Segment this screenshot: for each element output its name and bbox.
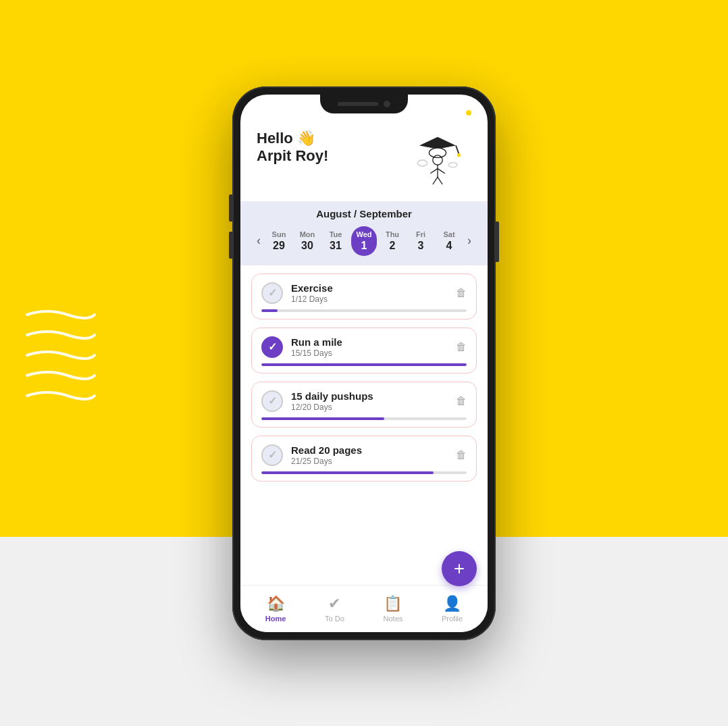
habit-days: 15/15 Days bbox=[291, 348, 448, 358]
volume-down-button bbox=[229, 232, 232, 259]
nav-icon-profile: 👤 bbox=[443, 595, 461, 613]
habit-card-0: ✓ Exercise 1/12 Days 🗑 bbox=[251, 274, 477, 319]
day-name: Sun bbox=[272, 230, 286, 238]
nav-item-to-do[interactable]: ✔ To Do bbox=[317, 591, 353, 627]
day-num: 1 bbox=[361, 240, 367, 252]
habit-card-top: ✓ Read 20 pages 21/25 Days 🗑 bbox=[261, 444, 467, 466]
habit-card-top: ✓ Exercise 1/12 Days 🗑 bbox=[261, 282, 467, 304]
nav-item-home[interactable]: 🏠 Home bbox=[257, 591, 294, 627]
day-num: 2 bbox=[390, 240, 396, 252]
nav-item-profile[interactable]: 👤 Profile bbox=[434, 591, 471, 627]
habit-card-top: ✓ 15 daily pushups 12/20 Days 🗑 bbox=[261, 390, 467, 412]
svg-marker-1 bbox=[419, 136, 456, 149]
nav-label-notes: Notes bbox=[384, 615, 403, 623]
greeting-block: Hello 👋 Arpit Roy! bbox=[257, 130, 328, 165]
day-num: 3 bbox=[418, 240, 424, 252]
habit-progress-fill bbox=[261, 363, 467, 366]
day-name: Tue bbox=[330, 230, 342, 238]
status-icons bbox=[466, 110, 471, 115]
day-name: Sat bbox=[443, 230, 454, 238]
day-name: Mon bbox=[300, 230, 315, 238]
nav-label-home: Home bbox=[265, 615, 286, 623]
add-habit-fab[interactable]: + bbox=[442, 551, 477, 586]
calendar-next-button[interactable]: › bbox=[462, 231, 477, 251]
habit-title: 15 daily pushups bbox=[291, 390, 448, 402]
habit-progress-bar bbox=[261, 309, 467, 312]
notch bbox=[320, 95, 408, 113]
check-icon: ✓ bbox=[268, 448, 277, 461]
habit-days: 12/20 Days bbox=[291, 403, 448, 412]
day-num: 4 bbox=[446, 240, 452, 252]
phone-screen: Hello 👋 Arpit Roy! bbox=[240, 95, 488, 632]
habit-card-3: ✓ Read 20 pages 21/25 Days 🗑 bbox=[251, 436, 477, 482]
habit-title: Read 20 pages bbox=[291, 444, 448, 456]
power-button bbox=[496, 222, 499, 262]
habit-progress-fill bbox=[261, 471, 434, 474]
nav-icon-home: 🏠 bbox=[267, 595, 285, 613]
calendar-day-1[interactable]: Wed 1 bbox=[351, 226, 377, 256]
habit-progress-fill bbox=[261, 309, 278, 312]
nav-label-profile: Profile bbox=[442, 615, 463, 623]
user-name: Arpit Roy! bbox=[257, 147, 328, 165]
habit-progress-bar bbox=[261, 417, 467, 420]
habit-card-1: ✓ Run a mile 15/15 Days 🗑 bbox=[251, 328, 477, 373]
mascot-image bbox=[404, 130, 471, 190]
habit-card-2: ✓ 15 daily pushups 12/20 Days 🗑 bbox=[251, 382, 477, 427]
calendar-day-3[interactable]: Fri 3 bbox=[408, 226, 434, 256]
habit-days: 21/25 Days bbox=[291, 457, 448, 466]
bg-waves bbox=[20, 294, 101, 432]
check-icon: ✓ bbox=[268, 286, 277, 299]
habit-info: Exercise 1/12 Days bbox=[291, 282, 448, 304]
nav-icon-notes: 📋 bbox=[384, 595, 402, 613]
habit-checkbox[interactable]: ✓ bbox=[261, 444, 283, 466]
delete-habit-button[interactable]: 🗑 bbox=[456, 287, 467, 299]
volume-up-button bbox=[229, 195, 232, 222]
habit-title: Exercise bbox=[291, 282, 448, 294]
svg-line-7 bbox=[430, 168, 438, 173]
nav-label-to do: To Do bbox=[325, 615, 344, 623]
calendar-month-label: August / September bbox=[251, 208, 477, 219]
nav-icon-to do: ✔ bbox=[328, 595, 340, 613]
habit-checkbox[interactable]: ✓ bbox=[261, 336, 283, 358]
calendar-section: August / September ‹ Sun 29 Mon 30 Tue 3… bbox=[240, 201, 488, 265]
nav-item-notes[interactable]: 📋 Notes bbox=[375, 591, 411, 627]
delete-habit-button[interactable]: 🗑 bbox=[456, 395, 467, 407]
svg-line-2 bbox=[456, 145, 459, 154]
calendar-day-2[interactable]: Thu 2 bbox=[380, 226, 405, 256]
svg-line-10 bbox=[438, 177, 442, 184]
calendar-day-4[interactable]: Sat 4 bbox=[436, 226, 462, 256]
status-dot bbox=[466, 110, 471, 115]
bottom-nav: 🏠 Home ✔ To Do 📋 Notes 👤 Profile bbox=[240, 585, 488, 632]
calendar-day-30[interactable]: Mon 30 bbox=[294, 226, 320, 256]
habit-info: Run a mile 15/15 Days bbox=[291, 336, 448, 358]
habit-progress-fill bbox=[261, 417, 384, 420]
day-num: 31 bbox=[330, 240, 342, 252]
svg-line-8 bbox=[438, 168, 445, 173]
svg-line-9 bbox=[433, 177, 438, 184]
day-num: 29 bbox=[273, 240, 285, 252]
greeting-text: Hello 👋 bbox=[257, 130, 328, 147]
habit-info: Read 20 pages 21/25 Days bbox=[291, 444, 448, 466]
habit-checkbox[interactable]: ✓ bbox=[261, 390, 283, 412]
day-name: Fri bbox=[416, 230, 425, 238]
day-name: Thu bbox=[386, 230, 399, 238]
delete-habit-button[interactable]: 🗑 bbox=[456, 449, 467, 461]
svg-point-11 bbox=[417, 160, 427, 166]
habits-list: ✓ Exercise 1/12 Days 🗑 ✓ Run a mile 15/1… bbox=[240, 274, 488, 482]
svg-point-3 bbox=[457, 153, 461, 157]
calendar-prev-button[interactable]: ‹ bbox=[251, 231, 266, 251]
plus-icon: + bbox=[454, 559, 465, 578]
habit-title: Run a mile bbox=[291, 336, 448, 348]
habit-progress-bar bbox=[261, 363, 467, 366]
calendar-day-29[interactable]: Sun 29 bbox=[266, 226, 292, 256]
app-content: Hello 👋 Arpit Roy! bbox=[240, 124, 488, 585]
habit-checkbox[interactable]: ✓ bbox=[261, 282, 283, 304]
delete-habit-button[interactable]: 🗑 bbox=[456, 341, 467, 353]
front-camera bbox=[384, 101, 390, 107]
calendar-days: Sun 29 Mon 30 Tue 31 Wed 1 Thu 2 Fri 3 S… bbox=[266, 226, 462, 256]
check-icon: ✓ bbox=[268, 394, 277, 407]
header: Hello 👋 Arpit Roy! bbox=[240, 124, 488, 201]
calendar-row: ‹ Sun 29 Mon 30 Tue 31 Wed 1 Thu 2 Fri 3… bbox=[251, 226, 477, 256]
calendar-day-31[interactable]: Tue 31 bbox=[323, 226, 348, 256]
habit-info: 15 daily pushups 12/20 Days bbox=[291, 390, 448, 412]
